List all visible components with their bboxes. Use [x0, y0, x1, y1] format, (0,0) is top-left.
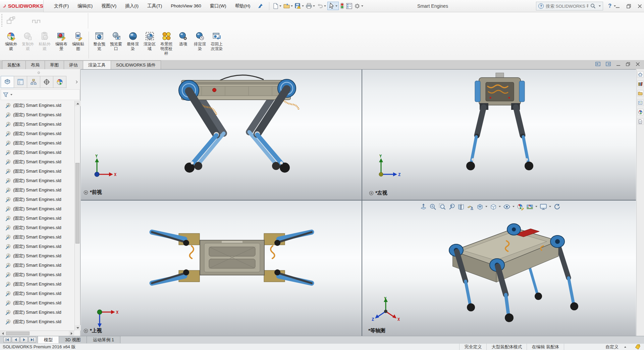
- robot-model-front-view[interactable]: [81, 70, 362, 200]
- final-render-button[interactable]: 最终渲染: [124, 31, 141, 51]
- restore-icon[interactable]: [627, 4, 631, 8]
- first-tab-button[interactable]: [3, 337, 11, 343]
- open-document-button[interactable]: [283, 2, 293, 10]
- display-style-caret[interactable]: [499, 206, 501, 207]
- filter-caret[interactable]: [10, 94, 12, 95]
- last-tab-button[interactable]: [29, 337, 36, 343]
- pane-tab-property-manager[interactable]: [14, 76, 27, 88]
- solidworks-resources-home-icon[interactable]: [637, 71, 644, 78]
- preview-window-button[interactable]: 预览窗口: [108, 31, 124, 51]
- zoom-fit-button[interactable]: [429, 203, 436, 210]
- tree-item[interactable]: (固定) Smart Engines.sld: [0, 232, 74, 242]
- tree-item[interactable]: (固定) Smart Engines.sld: [0, 101, 74, 110]
- tree-item[interactable]: (固定) Smart Engines.sld: [0, 167, 74, 176]
- next-tab-button[interactable]: [20, 337, 28, 343]
- tab-assembly[interactable]: 装配体: [2, 60, 26, 69]
- view-palette-icon[interactable]: [637, 99, 644, 106]
- appearances-scenes-icon[interactable]: [637, 109, 644, 115]
- tree-vertical-scrollbar[interactable]: [74, 101, 80, 331]
- schedule-render-button[interactable]: 排定渲染: [192, 31, 208, 51]
- render-options-button[interactable]: 选项: [175, 31, 192, 47]
- undo-caret[interactable]: [324, 5, 326, 7]
- tree-item[interactable]: (固定) Smart Engines.sld: [0, 204, 74, 214]
- select-cursor-button[interactable]: [327, 2, 339, 10]
- hide-show-items-button[interactable]: [503, 203, 515, 210]
- menu-item[interactable]: PhotoView 360: [166, 0, 206, 12]
- filter-funnel-icon[interactable]: [3, 92, 8, 97]
- open-document-caret[interactable]: [291, 5, 293, 7]
- pin-icon[interactable]: [258, 3, 263, 8]
- recall-last-render-button[interactable]: 召回上次渲染: [208, 31, 225, 51]
- tree-item[interactable]: (固定) Smart Engines.sld: [0, 195, 74, 204]
- scroll-left-button[interactable]: [0, 331, 5, 336]
- integrated-preview-button[interactable]: 整合预览: [91, 31, 108, 51]
- tree-item[interactable]: (固定) Smart Engines.sld: [0, 120, 74, 129]
- tree-item[interactable]: (固定) Smart Engines.sld: [0, 185, 74, 195]
- render-region-button[interactable]: 渲染区域: [141, 31, 158, 51]
- viewport-horizontal-splitter[interactable]: [81, 200, 636, 201]
- menu-item[interactable]: 编辑(E): [73, 0, 97, 12]
- tab-evaluate[interactable]: 评估: [64, 60, 83, 69]
- status-custom[interactable]: 自定义: [601, 344, 623, 350]
- tree-item[interactable]: (固定) Smart Engines.sld: [0, 308, 74, 317]
- viewport-restore-icon[interactable]: [626, 62, 630, 66]
- zoom-area-button[interactable]: [439, 203, 446, 210]
- viewport-close-icon[interactable]: [636, 62, 640, 66]
- tree-item[interactable]: (固定) Smart Engines.sld: [0, 279, 74, 289]
- display-style-button[interactable]: [490, 203, 501, 210]
- tree-item[interactable]: (固定) Smart Engines.sld: [0, 214, 74, 223]
- tree-item[interactable]: (固定) Smart Engines.sld: [0, 298, 74, 308]
- edit-decal-button[interactable]: 编辑贴图: [70, 31, 87, 51]
- hide-show-caret[interactable]: [513, 206, 515, 207]
- tab-model[interactable]: 模型: [38, 336, 59, 343]
- tree-item[interactable]: (固定) Smart Engines.sld: [0, 148, 74, 157]
- pane-previous-icon[interactable]: [595, 62, 600, 66]
- paste-appearance-button[interactable]: 粘贴外观: [36, 31, 53, 51]
- tree-item[interactable]: (固定) Smart Engines.sld: [0, 251, 74, 261]
- select-cursor-caret[interactable]: [335, 5, 337, 7]
- tab-layout[interactable]: 布局: [25, 60, 45, 69]
- apply-scene-caret[interactable]: [535, 206, 537, 207]
- tree-item[interactable]: (固定) Smart Engines.sld: [0, 176, 74, 185]
- options-gear-icon[interactable]: [354, 2, 364, 10]
- scroll-right-button[interactable]: [69, 331, 74, 336]
- view-settings-button[interactable]: [540, 203, 551, 210]
- pane-tab-dimxpert-manager[interactable]: [40, 76, 53, 88]
- viewport-vertical-splitter[interactable]: [362, 70, 362, 336]
- tree-item[interactable]: (固定) Smart Engines.sld: [0, 270, 74, 279]
- copy-appearance-button[interactable]: 复制外观: [19, 31, 36, 51]
- previous-tab-button[interactable]: [12, 337, 19, 343]
- panel-splitter[interactable]: [0, 69, 80, 76]
- tree-item[interactable]: (固定) Smart Engines.sld: [0, 289, 74, 298]
- scrollbar-thumb[interactable]: [6, 332, 30, 335]
- print-button[interactable]: [305, 2, 316, 10]
- design-checker-icon[interactable]: [345, 2, 353, 10]
- tree-item[interactable]: (固定) Smart Engines.sld: [0, 317, 74, 326]
- tree-item[interactable]: (固定) Smart Engines.sld: [0, 261, 74, 270]
- pane-tab-display-manager[interactable]: [53, 76, 66, 88]
- tab-motion-study[interactable]: 运动算例 1: [87, 336, 120, 343]
- view-settings-caret[interactable]: [549, 206, 551, 207]
- tab-3d-views[interactable]: 3D 视图: [59, 336, 87, 343]
- rotate-view-button[interactable]: [553, 203, 560, 210]
- save-caret[interactable]: [302, 5, 304, 7]
- help-menu[interactable]: ?: [608, 0, 616, 12]
- status-expand-caret[interactable]: [624, 346, 626, 348]
- pane-tab-configuration-manager[interactable]: [27, 76, 40, 88]
- viewport-front[interactable]: Y X *前视: [81, 70, 362, 200]
- normal-to-button[interactable]: [420, 203, 427, 210]
- tree-item[interactable]: (固定) Smart Engines.sld: [0, 110, 74, 120]
- scene-illumination-proof-button[interactable]: 布景照明度校样: [158, 31, 175, 56]
- splitter-knob-icon[interactable]: [38, 72, 40, 74]
- new-document-caret[interactable]: [279, 5, 281, 7]
- tab-sketch[interactable]: 草图: [45, 60, 64, 69]
- robot-model-left-view[interactable]: [362, 70, 636, 200]
- tree-item[interactable]: (固定) Smart Engines.sld: [0, 129, 74, 138]
- close-icon[interactable]: [638, 4, 642, 8]
- undo-button[interactable]: [316, 2, 327, 10]
- menu-item[interactable]: 帮助(H): [231, 0, 255, 12]
- section-view-button[interactable]: [458, 203, 465, 210]
- minimize-icon[interactable]: [615, 4, 620, 8]
- robot-model-top-view[interactable]: [81, 201, 362, 336]
- menu-item[interactable]: 插入(I): [121, 0, 143, 12]
